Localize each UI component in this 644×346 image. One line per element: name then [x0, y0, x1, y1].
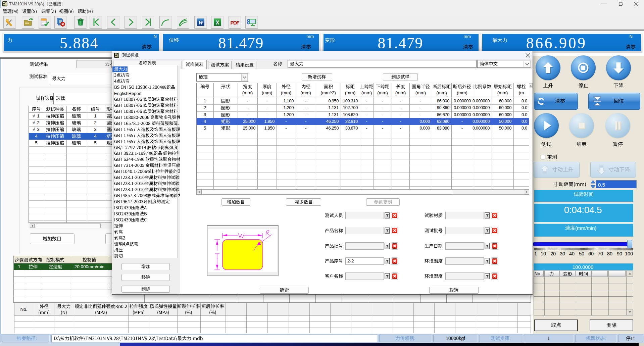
svg-text:PDF: PDF	[231, 20, 240, 26]
svg-text:X: X	[216, 20, 219, 26]
svg-text:W: W	[198, 19, 204, 26]
